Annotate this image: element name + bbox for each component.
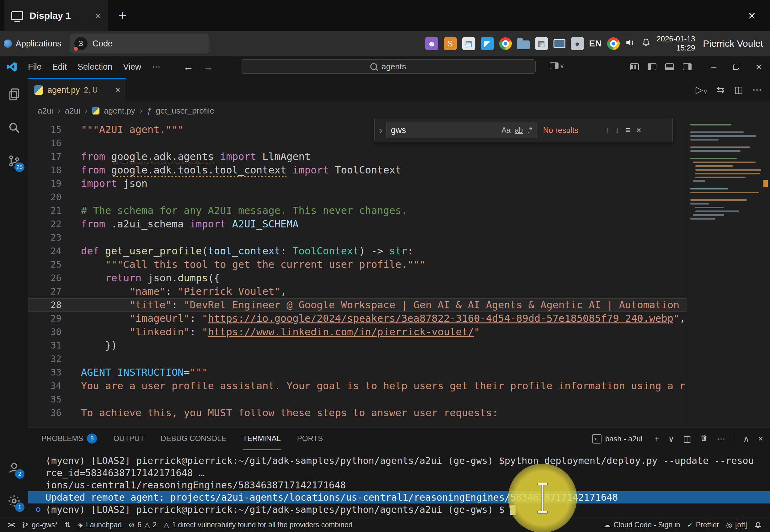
command-decoration-icon[interactable] [36,507,40,512]
menu-file[interactable]: File [23,62,47,72]
vscode-titlebar: File Edit Selection View ⋯ ← → agents ∨ [0,56,770,78]
viewer-close-button[interactable]: × [748,9,756,23]
terminal-icon: >_ [592,434,602,444]
regex-toggle[interactable]: .* [527,126,532,135]
toggle-panel-icon[interactable] [665,63,674,70]
new-terminal-button[interactable]: + [654,434,659,444]
close-button[interactable]: × [747,56,770,78]
minimize-button[interactable]: – [702,56,725,78]
run-dropdown-icon[interactable]: ∨ [703,88,707,95]
panel-tab-ports[interactable]: PORTS [297,428,323,450]
panel-tab-problems[interactable]: PROBLEMS8 [41,428,97,450]
screenshot-icon[interactable]: ● [571,37,584,50]
panel-tab-output[interactable]: OUTPUT [113,428,144,450]
display-icon[interactable] [553,39,565,48]
files-icon[interactable] [517,40,530,49]
terminal-instance[interactable]: >_ bash - a2ui [592,434,643,444]
split-editor-icon[interactable]: ◫ [734,84,743,95]
breadcrumb-a2ui-2[interactable]: a2ui [65,106,80,116]
match-case-toggle[interactable]: Aa [502,126,511,135]
find-in-selection-icon[interactable]: ≡ [625,125,630,135]
toggle-secondary-sidebar-icon[interactable] [683,63,692,70]
command-center-search[interactable]: agents [241,59,536,74]
restore-button[interactable] [725,56,747,78]
toggle-sidebar-icon[interactable] [648,63,656,70]
open-changes-icon[interactable]: ⇆ [717,84,725,95]
clock[interactable]: 2026-01-13 15:29 [656,35,695,53]
window-button-code[interactable]: 3 Code [70,34,209,53]
app-icon-purple[interactable]: ☻ [425,37,438,50]
app-icon-notes[interactable]: ▤ [462,37,475,50]
find-previous-icon[interactable]: ↑ [605,125,610,135]
activity-explorer[interactable] [0,78,28,111]
activity-accounts[interactable]: 2 [0,451,28,484]
status-problems[interactable]: ⊘ 6 △ 2 [125,521,160,529]
display-tab[interactable]: Display 1 × [4,0,108,31]
editor-scrollbar[interactable] [761,120,770,427]
find-input[interactable]: gws Aa ab .* [386,122,537,138]
close-panel-button[interactable]: × [758,434,763,444]
chrome-icon[interactable] [607,37,620,50]
editor-more-actions-icon[interactable]: ⋯ [752,84,762,95]
status-branch[interactable]: ge-gws* [18,521,61,529]
terminal-line: (myenv) [LOAS2] pierrick@pierrick:~/git/… [28,503,770,516]
more-actions-button[interactable]: ⋯ [717,434,725,444]
line-number: 22 [28,217,61,231]
terminal-picker-dropdown[interactable]: ∨ [668,434,674,444]
image-viewer-icon[interactable]: ▦ [535,37,548,50]
terminal[interactable]: (myenv) [LOAS2] pierrick@pierrick:~/git/… [28,452,770,518]
split-window-dropdown[interactable]: ∨ [550,62,564,70]
status-copilot[interactable]: ◎ [off] [723,521,751,529]
find-next-icon[interactable]: ↓ [615,125,620,135]
display-tab-close-icon[interactable]: × [95,10,101,22]
breadcrumb-agent-py[interactable]: agent.py [104,106,135,116]
panel-tab-terminal[interactable]: TERMINAL [243,428,281,450]
activity-settings[interactable]: 1 [0,484,28,518]
code-editor[interactable]: 15"""A2UI agent."""1617from google.adk.a… [28,120,770,427]
user-menu[interactable]: Pierrick Voulet [703,38,763,49]
notifications-icon[interactable] [641,38,651,50]
status-launchpad[interactable]: ◈ Launchpad [74,521,125,529]
activity-search[interactable] [0,111,28,144]
menu-edit[interactable]: Edit [47,62,72,72]
status-sync[interactable]: ⇅ [61,521,74,529]
find-close-icon[interactable]: × [636,125,641,135]
volume-icon[interactable] [625,37,636,50]
breadcrumb-a2ui[interactable]: a2ui [38,106,53,116]
status-prettier[interactable]: ✓ Prettier [684,521,723,529]
terminal-cursor [510,505,516,515]
kill-terminal-button[interactable] [700,434,708,444]
line-number: 15 [28,123,61,136]
chromium-icon[interactable] [499,37,512,50]
menu-view[interactable]: View [118,62,147,72]
menu-more[interactable]: ⋯ [147,62,166,72]
applications-menu[interactable]: Applications [0,39,61,49]
status-cloud-code[interactable]: ☁ Cloud Code - Sign in [600,521,683,529]
tab-agent-py[interactable]: agent.py 2, U × [28,78,126,101]
vscode-icon[interactable]: ◤ [481,37,494,50]
line-number: 23 [28,231,61,244]
warning-count: 2 [153,521,157,529]
breadcrumb-symbol[interactable]: get_user_profile [156,106,214,116]
code-area[interactable]: 15"""A2UI agent."""1617from google.adk.a… [28,120,687,427]
remote-indicator[interactable]: >< [4,521,18,529]
activity-source-control[interactable]: 25 [0,144,28,178]
whole-word-toggle[interactable]: ab [515,126,523,135]
app-icon-orange-s[interactable]: S [444,37,457,50]
status-vulnerability[interactable]: △ 1 direct vulnerability found for all t… [160,521,356,529]
sync-icon: ⇅ [65,521,71,529]
run-python-button[interactable]: ▷ ∨ [696,84,708,95]
go-back-button[interactable]: ← [178,61,198,73]
maximize-panel-button[interactable]: ∧ [743,434,749,444]
customize-layout-icon[interactable] [630,63,639,70]
new-display-tab-button[interactable]: + [119,8,127,24]
tab-close-icon[interactable]: × [115,85,120,95]
status-notifications[interactable] [751,521,766,529]
minimap[interactable] [687,120,761,427]
keyboard-layout[interactable]: EN [589,39,602,49]
toggle-replace-icon[interactable]: › [379,125,382,136]
go-forward-button[interactable]: → [198,61,218,73]
split-terminal-button[interactable]: ◫ [683,434,691,444]
panel-tab-debug-console[interactable]: DEBUG CONSOLE [161,428,226,450]
menu-selection[interactable]: Selection [72,62,118,72]
